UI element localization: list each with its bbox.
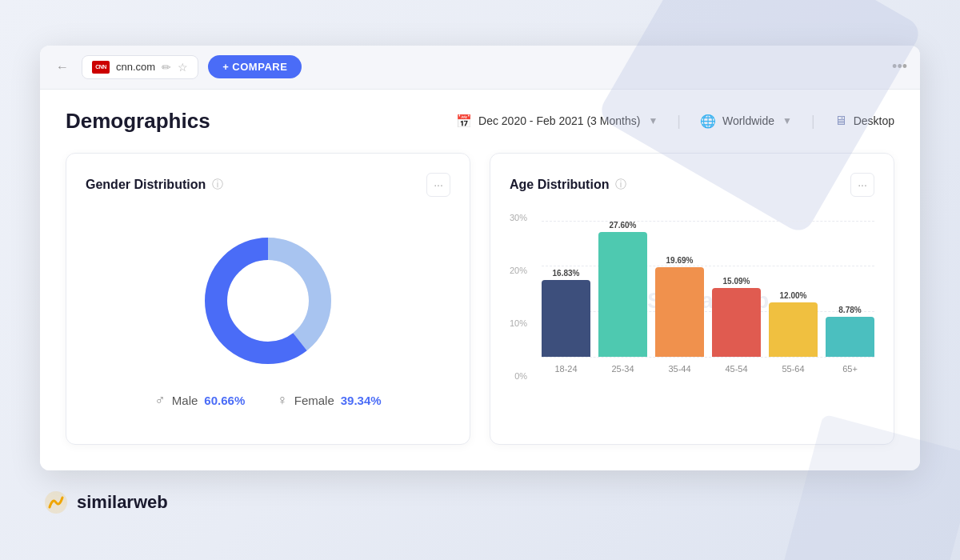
bar <box>712 288 761 357</box>
cnn-logo: CNN <box>92 61 110 74</box>
bar-value-label: 8.78% <box>838 306 861 314</box>
bar-value-label: 16.83% <box>553 269 580 278</box>
bar-group: 15.09% <box>712 221 761 357</box>
age-info-icon[interactable]: ⓘ <box>615 178 626 192</box>
similarweb-name: similarweb <box>77 492 168 513</box>
gender-card-title: Gender Distribution <box>86 178 206 192</box>
star-icon[interactable]: ☆ <box>178 61 188 74</box>
gender-card-header: Gender Distribution ⓘ ··· <box>86 173 450 197</box>
age-card-title: Age Distribution <box>510 178 609 192</box>
bar-value-label: 15.09% <box>723 277 750 286</box>
male-legend-item: ♂ Male 60.66% <box>154 392 245 409</box>
back-icon: ← <box>56 60 69 74</box>
age-title-row: Age Distribution ⓘ <box>510 178 626 192</box>
similarweb-logo-icon <box>43 490 69 515</box>
bar-group: 27.60% <box>598 221 647 357</box>
bar-value-label: 19.69% <box>666 256 694 265</box>
female-label: Female <box>294 394 334 407</box>
bar <box>769 302 818 357</box>
bar-value-label: 12.00% <box>780 291 807 300</box>
x-label: 18-24 <box>542 364 590 374</box>
gender-info-icon[interactable]: ⓘ <box>212 178 223 192</box>
edit-icon[interactable]: ✏ <box>162 61 171 74</box>
y-label-20: 20% <box>510 266 527 275</box>
bar-group: 8.78% <box>826 221 874 357</box>
bar <box>542 280 590 356</box>
bar <box>598 232 647 357</box>
x-label: 25-34 <box>598 364 647 374</box>
x-label: 45-54 <box>712 364 761 374</box>
age-bar-chart: 30% 20% 10% 0% Sim <box>510 213 874 405</box>
female-legend-item: ♀ Female 39.34% <box>277 392 381 409</box>
bar-group: 12.00% <box>769 221 818 357</box>
gender-card: Gender Distribution ⓘ ··· <box>66 153 470 445</box>
bar-group: 19.69% <box>655 221 704 357</box>
y-axis: 30% 20% 10% 0% <box>510 213 534 381</box>
calendar-icon: 📅 <box>456 114 472 129</box>
y-label-10: 10% <box>510 318 527 328</box>
svg-point-3 <box>230 262 306 339</box>
gender-card-menu-button[interactable]: ··· <box>426 173 450 197</box>
gender-donut-container: ♂ Male 60.66% ♀ Female 39.34% <box>86 213 450 425</box>
gender-legend: ♂ Male 60.66% ♀ Female 39.34% <box>154 392 381 409</box>
similarweb-brand: similarweb <box>43 490 923 515</box>
gender-donut-chart <box>196 229 340 373</box>
y-label-30: 30% <box>510 213 527 222</box>
bar-group: 16.83% <box>542 221 590 357</box>
x-label: 65+ <box>826 364 874 374</box>
male-label: Male <box>172 394 198 407</box>
y-label-0: 0% <box>514 371 527 381</box>
age-card: Age Distribution ⓘ ··· 30% 20% 10% 0% <box>490 153 894 445</box>
url-bar: CNN cnn.com ✏ ☆ <box>82 55 198 79</box>
x-label: 35-44 <box>655 364 704 374</box>
gender-title-row: Gender Distribution ⓘ <box>86 178 223 192</box>
age-card-menu-button[interactable]: ··· <box>850 173 874 197</box>
url-text: cnn.com <box>116 61 155 73</box>
page-title: Demographics <box>66 109 210 134</box>
bar <box>655 267 704 357</box>
female-icon: ♀ <box>277 392 288 409</box>
female-value: 39.34% <box>341 394 382 407</box>
male-icon: ♂ <box>154 392 166 409</box>
bar <box>826 317 874 357</box>
bar-value-label: 27.60% <box>610 221 637 230</box>
compare-button[interactable]: + COMPARE <box>208 55 302 78</box>
male-value: 60.66% <box>204 394 245 407</box>
back-button[interactable]: ← <box>53 57 72 78</box>
x-label: 55-64 <box>769 364 818 374</box>
